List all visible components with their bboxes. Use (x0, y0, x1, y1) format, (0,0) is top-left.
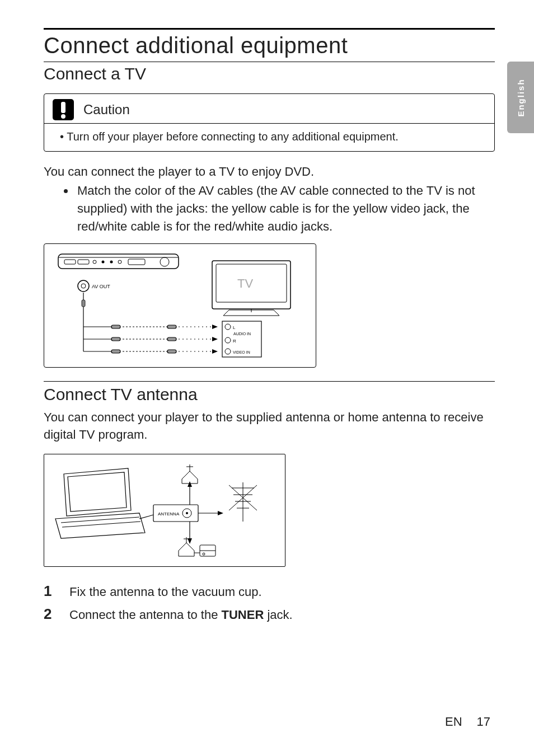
svg-point-7 (93, 260, 96, 264)
svg-point-44 (225, 349, 231, 354)
caution-icon (52, 98, 74, 121)
svg-point-68 (203, 553, 205, 555)
label-av-out: AV OUT (92, 284, 110, 289)
svg-marker-37 (212, 349, 218, 354)
step-2: Connect the antenna to the TUNER jack. (44, 603, 495, 625)
svg-point-43 (225, 337, 231, 343)
caution-header: Caution (44, 94, 494, 123)
svg-rect-32 (167, 350, 176, 353)
step-1: Fix the antenna to the vacuum cup. (44, 580, 495, 602)
svg-marker-35 (212, 325, 218, 329)
section-divider (44, 381, 495, 382)
svg-point-12 (160, 257, 169, 266)
svg-point-2 (61, 114, 65, 119)
svg-rect-20 (111, 325, 120, 328)
svg-point-13 (78, 280, 89, 292)
svg-point-10 (118, 260, 121, 264)
svg-rect-30 (111, 350, 120, 353)
diagram-connect-tv: AV OUT (44, 243, 316, 368)
svg-point-9 (110, 260, 113, 263)
svg-line-46 (62, 522, 140, 527)
svg-rect-6 (78, 260, 89, 264)
footer-page-number: 17 (477, 715, 490, 729)
footer-lang: EN (445, 715, 462, 729)
svg-point-49 (186, 512, 188, 514)
svg-marker-55 (218, 511, 223, 515)
step-2-bold: TUNER (222, 608, 264, 622)
svg-point-8 (102, 260, 105, 263)
svg-point-14 (81, 284, 86, 288)
section-heading-connect-tv: Connect a TV (44, 62, 495, 83)
section-a-bullet-1: Match the color of the AV cables (the AV… (75, 182, 495, 236)
step-2-pre: Connect the antenna to the (69, 608, 222, 622)
svg-rect-11 (128, 259, 145, 265)
svg-rect-22 (167, 325, 176, 328)
section-a-intro: You can connect the player to a TV to en… (44, 163, 495, 181)
language-tab-label: English (516, 78, 526, 116)
label-r: R (233, 339, 236, 344)
label-tv: TV (237, 276, 253, 290)
top-rule (44, 28, 495, 30)
svg-marker-36 (212, 337, 218, 341)
section-a-bullets: Match the color of the AV cables (the AV… (44, 182, 495, 236)
page-footer: EN 17 (445, 715, 490, 729)
label-antenna: ANTENNA (158, 511, 180, 516)
svg-rect-27 (167, 337, 176, 341)
caution-bullet: Turn off your player before connecting t… (60, 130, 399, 143)
step-1-text: Fix the antenna to the vacuum cup. (69, 583, 262, 601)
svg-rect-1 (61, 102, 65, 113)
language-tab: English (507, 62, 534, 133)
diagram-connect-antenna: ANTENNA (44, 454, 285, 567)
svg-point-42 (225, 324, 231, 330)
label-l: L (233, 325, 236, 330)
caution-box: Caution Turn off your player before conn… (44, 93, 495, 152)
label-video-in: VIDEO IN (233, 350, 250, 354)
page-title: Connect additional equipment (44, 33, 495, 58)
step-2-post: jack. (264, 608, 292, 622)
caution-title: Caution (83, 102, 130, 118)
svg-marker-51 (188, 481, 192, 487)
antenna-steps: Fix the antenna to the vacuum cup. Conne… (44, 580, 495, 625)
svg-rect-5 (64, 260, 76, 264)
svg-rect-16 (82, 300, 85, 307)
section-b-intro: You can connect your player to the suppl… (44, 408, 495, 444)
svg-rect-25 (111, 337, 120, 341)
section-heading-connect-antenna: Connect TV antenna (44, 385, 495, 404)
label-audio-in: AUDIO IN (233, 332, 251, 336)
caution-body: Turn off your player before connecting t… (44, 123, 494, 151)
